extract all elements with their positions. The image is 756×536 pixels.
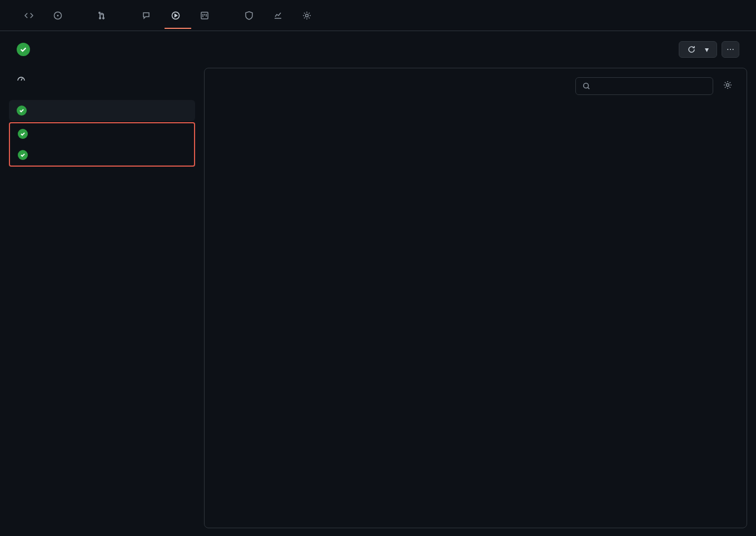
gear-icon: [302, 11, 311, 20]
discussion-icon: [142, 11, 151, 20]
workflow-header: ▾ ⋯: [0, 31, 756, 58]
log-panel: [204, 68, 747, 528]
job-item-split-component-model[interactable]: [10, 123, 194, 144]
tab-settings[interactable]: [296, 3, 322, 29]
rerun-jobs-button[interactable]: ▾: [679, 41, 717, 58]
pull-request-icon: [98, 11, 107, 20]
highlighted-jobs: [9, 122, 195, 167]
shield-icon: [245, 11, 253, 20]
jobs-heading: [9, 88, 195, 100]
tab-insights[interactable]: [267, 3, 294, 29]
play-icon: [171, 11, 180, 20]
tab-projects[interactable]: [193, 3, 236, 29]
status-success-icon: [18, 150, 28, 160]
tab-issues[interactable]: [47, 3, 89, 29]
repo-tabs: [0, 0, 756, 31]
search-logs[interactable]: [575, 77, 713, 95]
sidebar: [9, 68, 195, 528]
graph-icon: [273, 11, 282, 20]
status-success-icon: [17, 106, 27, 116]
kebab-menu-button[interactable]: ⋯: [722, 41, 739, 58]
tab-actions[interactable]: [165, 3, 191, 29]
svg-point-4: [306, 14, 309, 17]
status-success-icon: [18, 129, 28, 139]
job-item-provide-data[interactable]: [9, 100, 195, 121]
tab-code[interactable]: [18, 3, 44, 29]
search-input[interactable]: [595, 81, 706, 91]
summary-link[interactable]: [9, 68, 195, 88]
job-item-split-engine[interactable]: [10, 144, 194, 166]
sync-icon: [687, 45, 696, 54]
log-settings-button[interactable]: [720, 77, 735, 93]
svg-point-6: [727, 84, 729, 87]
status-success-icon: [17, 43, 30, 56]
meter-icon: [17, 73, 26, 82]
kebab-icon: ⋯: [727, 45, 734, 54]
chevron-down-icon: ▾: [705, 45, 709, 54]
steps-list: [205, 103, 747, 528]
tab-discussions[interactable]: [136, 3, 162, 29]
tab-pull-requests[interactable]: [91, 3, 133, 29]
svg-point-5: [584, 83, 589, 88]
tab-security[interactable]: [238, 3, 265, 29]
search-icon: [583, 82, 590, 90]
issue-icon: [53, 11, 62, 20]
code-icon: [24, 11, 33, 20]
panel-header: [205, 68, 747, 103]
project-icon: [200, 11, 209, 20]
svg-point-1: [57, 14, 59, 16]
